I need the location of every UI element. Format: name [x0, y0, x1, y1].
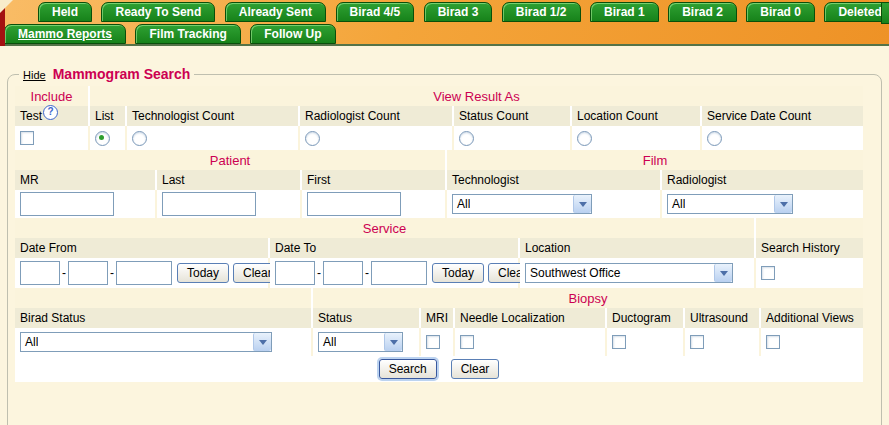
- service-section-header: Service: [15, 218, 756, 238]
- film-section-header: Film: [447, 150, 863, 170]
- mri-label: MRI: [421, 308, 455, 328]
- test-checkbox[interactable]: [20, 131, 34, 145]
- page-content: Hide Mammogram Search Include View Resul…: [0, 46, 889, 425]
- date-from-today-button[interactable]: Today: [177, 263, 229, 283]
- service-labels-row: Date From Date To Location Search Histor…: [15, 238, 863, 258]
- patient-film-labels-row: MR Last First Technologist Radiologist: [15, 170, 863, 190]
- ultrasound-checkbox[interactable]: [690, 335, 704, 349]
- technologist-count-radio[interactable]: [132, 131, 147, 146]
- ultrasound-label: Ultrasound: [685, 308, 761, 328]
- status-select-value: All: [319, 335, 336, 349]
- ductogram-label: Ductogram: [607, 308, 685, 328]
- birad-status-select[interactable]: All: [20, 332, 272, 352]
- radiologist-label: Radiologist: [662, 170, 863, 190]
- tab-row-statuses: Held Ready To Send Already Sent Birad 4/…: [0, 0, 889, 24]
- dropdown-arrow-icon: [714, 264, 732, 282]
- tab-birad-2[interactable]: Birad 2: [668, 2, 737, 22]
- biopsy-controls-row: All All: [15, 328, 863, 356]
- mammogram-search-panel: Hide Mammogram Search Include View Resul…: [7, 66, 882, 425]
- first-input[interactable]: [307, 192, 401, 216]
- section-header-row-patient-film: Patient Film: [15, 150, 863, 170]
- tab-birad-4-5[interactable]: Birad 4/5: [336, 2, 415, 22]
- date-from-month-input[interactable]: [20, 261, 60, 285]
- radiologist-count-radio[interactable]: [305, 131, 320, 146]
- location-count-label: Location Count: [572, 106, 702, 126]
- location-select-value: Southwest Office: [526, 266, 621, 280]
- panel-legend: Hide Mammogram Search: [19, 66, 194, 82]
- view-result-controls-row: [15, 126, 863, 150]
- tab-birad-1[interactable]: Birad 1: [590, 2, 659, 22]
- service-date-count-label: Service Date Count: [702, 106, 863, 126]
- right-edge-tab-sliver: [881, 2, 889, 24]
- radiologist-count-label: Radiologist Count: [300, 106, 454, 126]
- date-from-label: Date From: [15, 238, 270, 258]
- additional-views-label: Additional Views: [761, 308, 863, 328]
- tab-birad-0[interactable]: Birad 0: [746, 2, 815, 22]
- technologist-select[interactable]: All: [452, 194, 592, 214]
- dropdown-arrow-icon: [573, 195, 591, 213]
- search-history-label: Search History: [756, 238, 863, 258]
- date-to-month-input[interactable]: [275, 261, 315, 285]
- date-separator: -: [317, 266, 321, 280]
- location-select[interactable]: Southwest Office: [525, 263, 733, 283]
- mr-label: MR: [15, 170, 157, 190]
- first-label: First: [302, 170, 447, 190]
- tab-held[interactable]: Held: [38, 2, 92, 22]
- date-separator: -: [62, 266, 66, 280]
- view-result-labels-row: Test? List Technologist Count Radiologis…: [15, 106, 863, 126]
- tab-ready-to-send[interactable]: Ready To Send: [101, 2, 215, 22]
- status-select[interactable]: All: [318, 332, 403, 352]
- list-radio[interactable]: [95, 131, 110, 146]
- date-to-label: Date To: [270, 238, 520, 258]
- needle-localization-label: Needle Localization: [455, 308, 607, 328]
- dropdown-arrow-icon: [253, 333, 271, 351]
- ductogram-checkbox[interactable]: [612, 335, 626, 349]
- help-icon[interactable]: ?: [43, 105, 58, 120]
- tab-already-sent[interactable]: Already Sent: [225, 2, 326, 22]
- mri-checkbox[interactable]: [426, 335, 440, 349]
- biopsy-header-spacer: [15, 288, 313, 308]
- panel-title: Mammogram Search: [53, 66, 191, 82]
- date-from-year-input[interactable]: [116, 261, 172, 285]
- tab-birad-3[interactable]: Birad 3: [424, 2, 493, 22]
- tab-band: Held Ready To Send Already Sent Birad 4/…: [0, 0, 889, 46]
- tab-deleted[interactable]: Deleted: [824, 2, 889, 22]
- clear-button[interactable]: Clear: [451, 359, 500, 379]
- corner-decoration: [0, 0, 13, 13]
- tab-follow-up[interactable]: Follow Up: [250, 24, 335, 44]
- section-header-row-service: Service: [15, 218, 863, 238]
- tab-film-tracking[interactable]: Film Tracking: [135, 24, 240, 44]
- action-buttons-row: Search Clear: [15, 356, 863, 382]
- search-form-grid: Include View Result As Test? List Techno…: [15, 86, 863, 382]
- radiologist-select-value: All: [668, 197, 685, 211]
- search-button[interactable]: Search: [379, 359, 437, 379]
- radiologist-select[interactable]: All: [667, 194, 793, 214]
- tab-row-modules: Mammo Reports Film Tracking Follow Up: [0, 24, 889, 46]
- date-from-day-input[interactable]: [68, 261, 108, 285]
- service-date-count-radio[interactable]: [707, 131, 722, 146]
- section-header-row-view: Include View Result As: [15, 86, 863, 106]
- location-label: Location: [520, 238, 756, 258]
- hide-link[interactable]: Hide: [23, 69, 46, 81]
- additional-views-checkbox[interactable]: [766, 335, 780, 349]
- date-to-today-button[interactable]: Today: [432, 263, 484, 283]
- search-history-checkbox[interactable]: [761, 266, 775, 280]
- needle-localization-checkbox[interactable]: [460, 335, 474, 349]
- location-count-radio[interactable]: [577, 131, 592, 146]
- birad-status-label: Birad Status: [15, 308, 313, 328]
- date-to-day-input[interactable]: [323, 261, 363, 285]
- technologist-count-label: Technologist Count: [127, 106, 300, 126]
- date-to-year-input[interactable]: [371, 261, 427, 285]
- section-header-row-biopsy: Biopsy: [15, 288, 863, 308]
- mr-input[interactable]: [20, 192, 114, 216]
- tab-birad-1-2[interactable]: Birad 1/2: [502, 2, 581, 22]
- last-label: Last: [157, 170, 302, 190]
- list-label: List: [90, 106, 127, 126]
- dropdown-arrow-icon: [774, 195, 792, 213]
- last-input[interactable]: [162, 192, 256, 216]
- view-result-as-section-header: View Result As: [90, 86, 863, 106]
- tab-mammo-reports[interactable]: Mammo Reports: [4, 24, 126, 44]
- status-count-radio[interactable]: [459, 131, 474, 146]
- biopsy-section-header: Biopsy: [313, 288, 863, 308]
- service-controls-row: -- Today Clear -- Today Clear: [15, 258, 863, 288]
